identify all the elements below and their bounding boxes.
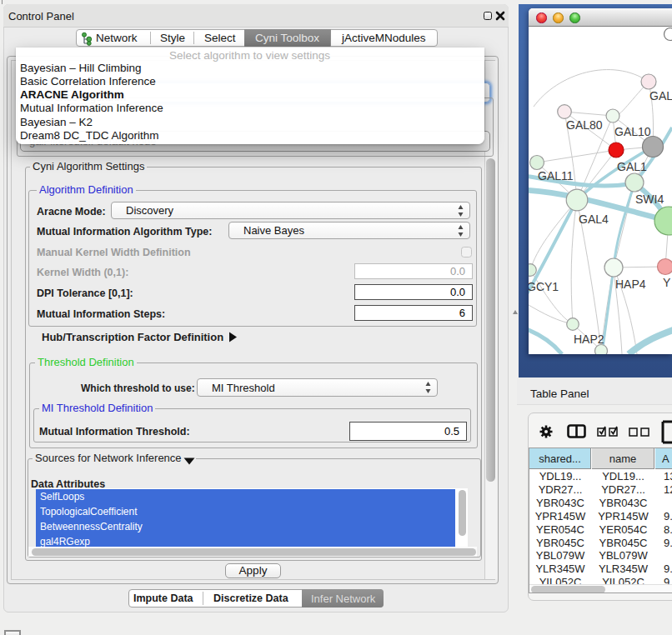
svg-text:Y: Y xyxy=(663,276,671,289)
svg-text:GAL7: GAL7 xyxy=(649,89,672,102)
svg-text:GAL1: GAL1 xyxy=(617,160,647,173)
svg-text:GAL10: GAL10 xyxy=(614,125,651,138)
svg-text:SWI4: SWI4 xyxy=(635,192,664,206)
svg-text:HAP4: HAP4 xyxy=(615,278,646,291)
svg-text:GAL4: GAL4 xyxy=(579,212,609,226)
svg-text:HAP2: HAP2 xyxy=(574,332,604,346)
svg-text:GCY1: GCY1 xyxy=(529,280,559,293)
svg-text:GAL11: GAL11 xyxy=(538,169,574,182)
svg-text:GAL80: GAL80 xyxy=(566,118,603,132)
